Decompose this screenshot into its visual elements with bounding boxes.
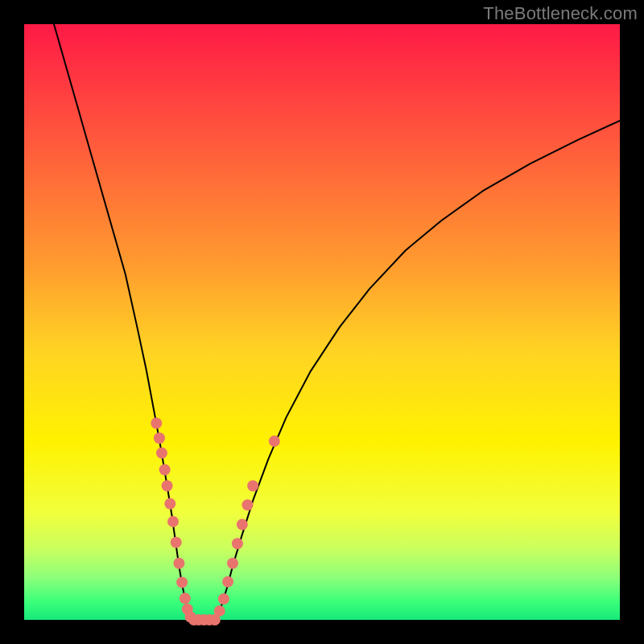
- bottleneck-dot: [232, 538, 243, 549]
- plot-area: [24, 24, 620, 620]
- bottleneck-dot: [247, 481, 258, 492]
- chart-svg: [24, 24, 620, 620]
- line-layer: [54, 24, 620, 620]
- bottleneck-dot: [227, 558, 238, 569]
- bottleneck-curve: [54, 24, 620, 620]
- bottleneck-dot: [156, 448, 167, 459]
- chart-frame: TheBottleneck.com: [0, 0, 644, 644]
- bottleneck-dot: [237, 519, 248, 530]
- bottleneck-dot: [173, 558, 184, 569]
- watermark-text: TheBottleneck.com: [483, 3, 638, 24]
- marker-layer: [151, 418, 280, 625]
- bottleneck-dot: [151, 418, 162, 429]
- bottleneck-dot: [269, 436, 280, 447]
- bottleneck-dot: [242, 499, 254, 510]
- bottleneck-dot: [222, 576, 233, 588]
- bottleneck-dot: [214, 605, 225, 617]
- bottleneck-dot: [162, 481, 173, 492]
- bottleneck-dot: [180, 592, 191, 604]
- bottleneck-dot: [176, 576, 188, 588]
- bottleneck-dot: [164, 498, 175, 510]
- bottleneck-dot: [154, 432, 165, 444]
- bottleneck-dot: [159, 464, 171, 476]
- bottleneck-dot: [167, 516, 179, 527]
- bottleneck-dot: [171, 537, 182, 548]
- bottleneck-dot: [218, 593, 229, 605]
